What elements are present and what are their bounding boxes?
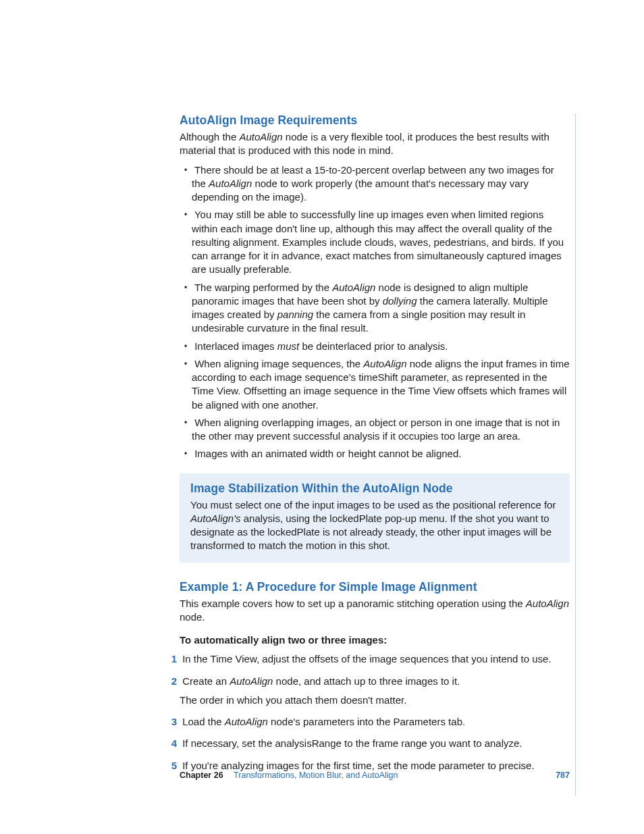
term-panning: panning — [277, 309, 313, 320]
text: Create an — [182, 675, 230, 687]
section1-intro: Although the AutoAlign node is a very fl… — [180, 130, 570, 158]
callout-image-stabilization: Image Stabilization Within the AutoAlign… — [180, 473, 570, 563]
text: Images with an animated width or height … — [194, 448, 461, 459]
text: Interlaced images — [194, 340, 277, 352]
term-autoalign: AutoAlign — [230, 675, 273, 687]
procedure-steps: In the Time View, adjust the offsets of … — [180, 652, 570, 773]
text: The warping performed by the — [194, 282, 332, 293]
list-item: You may still be able to successfully li… — [180, 208, 570, 276]
term-dollying: dollying — [383, 295, 417, 307]
heading-example-1: Example 1: A Procedure for Simple Image … — [180, 580, 570, 594]
section2-intro: This example covers how to set up a pano… — [180, 597, 570, 625]
step: If necessary, set the analysisRange to t… — [167, 737, 570, 750]
step-note: The order in which you attach them doesn… — [180, 694, 570, 707]
list-item: When aligning overlapping images, an obj… — [180, 416, 570, 444]
term-autoalign: AutoAlign — [239, 131, 282, 142]
text: This example covers how to set up a pano… — [180, 598, 526, 609]
text: You must select one of the input images … — [190, 499, 556, 511]
right-margin-rule — [575, 113, 576, 796]
list-item: There should be at least a 15-to-20-perc… — [180, 163, 570, 205]
page: AutoAlign Image Requirements Although th… — [0, 0, 644, 834]
step: Create an AutoAlign node, and attach up … — [167, 675, 570, 708]
term-autoalign: AutoAlign — [209, 178, 252, 189]
text: You may still be able to successfully li… — [192, 209, 564, 275]
text: be deinterlaced prior to analysis. — [299, 340, 448, 352]
list-item: The warping performed by the AutoAlign n… — [180, 281, 570, 336]
term-autoalign: AutoAlign — [225, 716, 268, 727]
callout-body: You must select one of the input images … — [190, 498, 559, 553]
term-autoaligns: AutoAlign's — [190, 513, 241, 524]
heading-image-stabilization: Image Stabilization Within the AutoAlign… — [190, 481, 559, 496]
text: Although the — [180, 131, 239, 142]
text: When aligning image sequences, the — [194, 358, 363, 369]
text: analysis, using the lockedPlate pop-up m… — [190, 513, 552, 552]
page-footer: Chapter 26 Transformations, Motion Blur,… — [180, 771, 570, 780]
text: If you're analyzing images for the first… — [182, 760, 534, 771]
list-item: Interlaced images must be deinterlaced p… — [180, 340, 570, 353]
term-autoalign: AutoAlign — [363, 358, 406, 369]
procedure-lead: To automatically align two or three imag… — [180, 633, 570, 647]
term-autoalign: AutoAlign — [332, 282, 375, 293]
page-number: 787 — [556, 771, 570, 780]
text: In the Time View, adjust the offsets of … — [182, 653, 551, 664]
step: In the Time View, adjust the offsets of … — [167, 652, 570, 666]
text: Load the — [182, 716, 225, 727]
chapter-title: Transformations, Motion Blur, and AutoAl… — [234, 771, 398, 780]
text: node's parameters into the Parameters ta… — [268, 716, 465, 727]
step: Load the AutoAlign node's parameters int… — [167, 715, 570, 729]
requirements-list: There should be at least a 15-to-20-perc… — [180, 163, 570, 461]
text: node, and attach up to three images to i… — [273, 675, 460, 687]
heading-autoalign-requirements: AutoAlign Image Requirements — [180, 113, 570, 128]
list-item: When aligning image sequences, the AutoA… — [180, 357, 570, 412]
text: node. — [180, 611, 205, 623]
text: If necessary, set the analysisRange to t… — [182, 737, 522, 749]
list-item: Images with an animated width or height … — [180, 447, 570, 461]
term-autoalign: AutoAlign — [526, 598, 569, 609]
term-must: must — [277, 340, 300, 352]
chapter-label: Chapter 26 — [180, 771, 223, 780]
text: When aligning overlapping images, an obj… — [192, 417, 560, 442]
